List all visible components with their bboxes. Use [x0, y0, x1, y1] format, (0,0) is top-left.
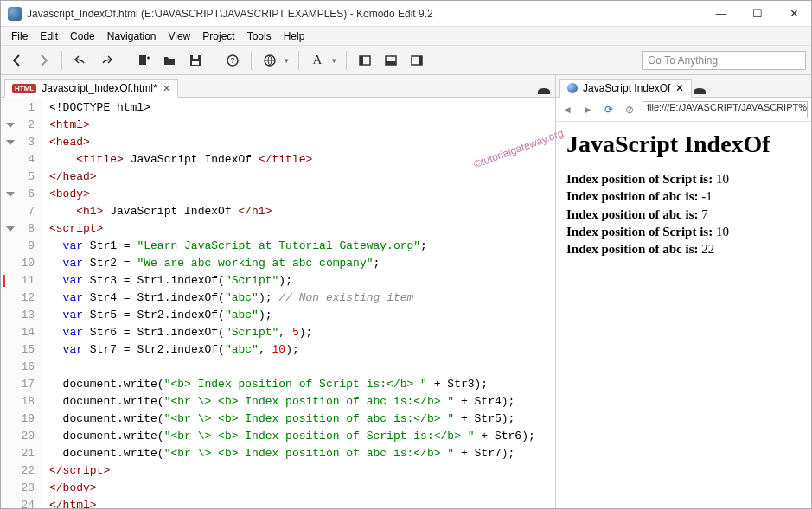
code-line[interactable]: <html>: [49, 117, 555, 134]
line-number: 17: [1, 376, 42, 393]
globe-icon: [567, 83, 578, 93]
code-line[interactable]: document.write("<br \> <b> Index positio…: [49, 445, 555, 462]
line-number: 18: [1, 393, 42, 410]
browser-pane: JavaScript IndexOf ✕ ◄ ► ⟳ ⊘ file:///E:/…: [555, 75, 811, 508]
nav-stop-icon[interactable]: ⊘: [622, 102, 637, 118]
window-title: Javascript_IndexOf.html (E:\JAVASCRIPT\J…: [27, 8, 711, 20]
url-bar[interactable]: file:///E:/JAVASCRIPT/JAVASCRIPT%: [643, 101, 808, 118]
help-button[interactable]: ?: [221, 49, 244, 72]
code-line[interactable]: var Str6 = Str1.indexOf("Script", 5);: [49, 324, 555, 341]
code-line[interactable]: <script>: [49, 220, 555, 238]
code-line[interactable]: <!DOCTYPE html>: [49, 99, 555, 117]
close-tab-icon[interactable]: ✕: [163, 83, 170, 94]
browser-tabstrip: JavaScript IndexOf ✕: [556, 75, 811, 98]
code-line[interactable]: <head>: [49, 134, 555, 151]
nav-back-icon[interactable]: ◄: [559, 102, 575, 118]
file-tab[interactable]: HTML Javascript_IndexOf.html* ✕: [4, 79, 178, 98]
toolbar: ? ▾ A ▾ Go To Anything: [1, 46, 811, 75]
line-number: 2: [1, 117, 42, 134]
menu-tools[interactable]: Tools: [242, 29, 277, 44]
minimize-button[interactable]: —: [711, 3, 732, 24]
menu-project[interactable]: Project: [197, 29, 240, 44]
close-button[interactable]: ✕: [783, 3, 804, 24]
dropdown-icon[interactable]: ▾: [332, 56, 339, 65]
code-line[interactable]: </head>: [49, 169, 555, 186]
font-button[interactable]: A: [306, 49, 329, 72]
line-gutter: 123456789101112131415161718192021222324: [1, 98, 42, 508]
svg-rect-0: [139, 55, 146, 65]
tab-menu-icon[interactable]: [536, 85, 552, 97]
result-row: Index position of abc is: 22: [566, 240, 801, 258]
code-line[interactable]: var Str5 = Str2.indexOf("abc");: [49, 307, 555, 324]
back-button[interactable]: [6, 49, 29, 72]
goto-anything-input[interactable]: Go To Anything: [642, 51, 806, 70]
code-line[interactable]: document.write("<br \> <b> Index positio…: [49, 393, 555, 410]
line-number: 13: [1, 307, 42, 324]
code-line[interactable]: <title> JavaScript IndexOf </title>: [49, 151, 555, 169]
code-line[interactable]: <h1> JavaScript IndexOf </h1>: [49, 203, 555, 220]
forward-button[interactable]: [32, 49, 54, 72]
svg-rect-8: [360, 56, 363, 65]
svg-text:?: ?: [230, 56, 234, 65]
result-row: Index position of abc is: 7: [566, 206, 801, 223]
redo-button[interactable]: [95, 49, 118, 72]
new-file-button[interactable]: [132, 49, 155, 72]
open-file-button[interactable]: [158, 49, 181, 72]
browser-tab[interactable]: JavaScript IndexOf ✕: [559, 79, 692, 98]
app-icon: [8, 7, 22, 21]
close-tab-icon[interactable]: ✕: [675, 82, 684, 94]
code-line[interactable]: </body>: [49, 480, 555, 497]
save-button[interactable]: [184, 49, 207, 72]
menu-edit[interactable]: Edit: [35, 29, 63, 44]
line-number: 4: [1, 151, 42, 169]
code-editor[interactable]: 123456789101112131415161718192021222324 …: [1, 98, 555, 508]
result-row: Index position of Script is: 10: [566, 223, 801, 240]
code-line[interactable]: var Str3 = Str1.indexOf("Script");: [49, 272, 555, 289]
code-line[interactable]: var Str4 = Str1.indexOf("abc"); // Non e…: [49, 289, 555, 307]
code-line[interactable]: document.write("<br \> <b> Index positio…: [49, 428, 555, 445]
editor-tabstrip: HTML Javascript_IndexOf.html* ✕: [1, 75, 555, 98]
panel-right-button[interactable]: [406, 49, 428, 72]
page-h1: JavaScript IndexOf: [566, 130, 801, 158]
code-line[interactable]: document.write("<br \> <b> Index positio…: [49, 410, 555, 428]
svg-rect-12: [419, 56, 422, 65]
svg-rect-10: [386, 61, 396, 65]
html-file-icon: HTML: [12, 84, 36, 93]
nav-forward-icon[interactable]: ►: [580, 102, 596, 118]
maximize-button[interactable]: ☐: [747, 3, 768, 24]
code-line[interactable]: </script>: [49, 462, 555, 480]
line-number: 6: [1, 186, 42, 203]
line-number: 3: [1, 134, 42, 151]
browser-preview-button[interactable]: [259, 49, 281, 72]
undo-button[interactable]: [69, 49, 92, 72]
svg-rect-3: [192, 61, 199, 65]
dropdown-icon[interactable]: ▾: [285, 56, 291, 65]
code-line[interactable]: document.write("<b> Index position of Sc…: [49, 376, 555, 393]
result-row: Index position of abc is: -1: [566, 188, 801, 205]
nav-reload-icon[interactable]: ⟳: [601, 102, 617, 118]
line-number: 7: [1, 203, 42, 220]
code-line[interactable]: var Str7 = Str2.indexOf("abc", 10);: [49, 341, 555, 359]
result-row: Index position of Script is: 10: [566, 170, 801, 188]
line-number: 15: [1, 341, 42, 359]
line-number: 22: [1, 462, 42, 480]
panel-left-button[interactable]: [354, 49, 376, 72]
code-line[interactable]: var Str1 = "Learn JavaScript at Tutorial…: [49, 238, 555, 255]
menu-view[interactable]: View: [163, 29, 195, 44]
menu-help[interactable]: Help: [278, 29, 310, 44]
file-tab-label: Javascript_IndexOf.html*: [42, 82, 157, 94]
line-number: 23: [1, 480, 42, 497]
tab-menu-icon[interactable]: [692, 85, 707, 97]
code-area[interactable]: <!DOCTYPE html><html><head> <title> Java…: [42, 98, 555, 508]
code-line[interactable]: <body>: [49, 186, 555, 203]
code-line[interactable]: [49, 359, 555, 376]
line-number: 1: [1, 99, 42, 117]
panel-bottom-button[interactable]: [380, 49, 402, 72]
menu-file[interactable]: File: [6, 29, 33, 44]
menu-navigation[interactable]: Navigation: [102, 29, 162, 44]
code-line[interactable]: </html>: [49, 497, 555, 508]
code-line[interactable]: var Str2 = "We are abc working at abc co…: [49, 255, 555, 272]
menu-code[interactable]: Code: [65, 29, 100, 44]
line-number: 10: [1, 255, 42, 272]
window-titlebar: Javascript_IndexOf.html (E:\JAVASCRIPT\J…: [1, 1, 811, 27]
